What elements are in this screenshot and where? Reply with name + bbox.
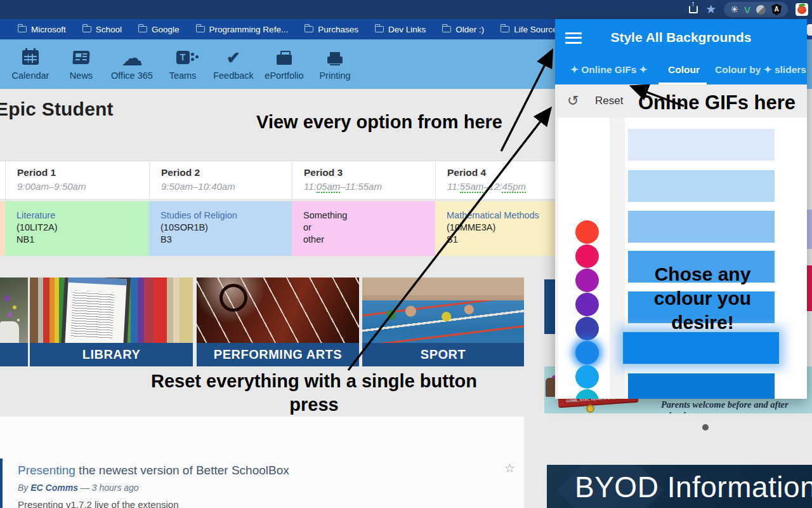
tab-colour-by-sliders[interactable]: Colour by ✦ sliders ✦ [715, 64, 807, 76]
timetable-cells-row: Literature(10LIT2A)NB1Studies of Religio… [0, 201, 572, 256]
page-edge-white [807, 24, 812, 36]
card-sport[interactable]: SPORT [362, 277, 524, 366]
bookmark-label: Purchases [318, 25, 358, 34]
card-caption-library: LIBRARY [30, 343, 193, 366]
folder-icon [196, 26, 205, 32]
shade-preview-6[interactable] [628, 373, 775, 399]
colour-swatch-3[interactable] [575, 293, 599, 316]
bookmark-school[interactable]: School [82, 25, 122, 34]
bookmark-label: Google [152, 25, 180, 34]
subject-link[interactable]: Literature [16, 210, 149, 222]
shade-preview-5[interactable] [623, 332, 779, 364]
bookmark-programming-refe-[interactable]: Programming Refe... [196, 25, 289, 34]
extension-popup: Style All Backgrounds ✦ Online GIFs ✦ Co… [555, 19, 807, 399]
news-section: Presenting the newest version of Better … [0, 417, 524, 508]
extension-app-icon[interactable] [796, 3, 808, 16]
folder-icon [138, 26, 147, 32]
star-icon[interactable]: ★ [705, 3, 716, 17]
card-caption-performing-arts: PERFORMING ARTS [197, 343, 359, 366]
period-name: Period 2 [161, 167, 292, 178]
popup-title: Style All Backgrounds [555, 30, 807, 45]
page-title: Epic Student [0, 98, 114, 120]
colour-swatch-4[interactable] [575, 317, 599, 340]
bookmark-label: School [96, 25, 122, 34]
nav-item-label: Printing [319, 70, 350, 81]
bookmark-label: Dev Links [388, 25, 426, 34]
annotation-reset-note: Reset everything with a single button pr… [127, 370, 501, 417]
favourite-star-icon[interactable]: ☆ [504, 461, 515, 476]
nav-item-label: ePortfolio [265, 70, 303, 81]
cell-text: S1 [447, 234, 572, 246]
check-icon: ✔ [226, 48, 240, 67]
shade-preview-0[interactable] [628, 129, 775, 161]
nav-item-label: Calendar [12, 70, 49, 81]
card-performing-arts[interactable]: PERFORMING ARTS [197, 277, 359, 366]
colour-swatch-5[interactable] [575, 341, 599, 364]
shade-preview-1[interactable] [628, 170, 775, 202]
subject-link[interactable]: Studies of Religion [160, 210, 292, 222]
tab-colour[interactable]: Colour [668, 64, 700, 76]
react-devtools-icon[interactable]: ✳ [730, 4, 738, 15]
period-name: Period 1 [17, 167, 149, 178]
news-title-link[interactable]: Presenting [18, 464, 75, 477]
folder-icon [442, 26, 451, 32]
news-byline: By EC Comms — 3 hours ago [18, 483, 139, 493]
bookmark-microsoft[interactable]: Microsoft [18, 25, 66, 34]
nav-item-eportfolio[interactable]: ePortfolio [259, 39, 310, 89]
refresh-icon[interactable]: ↺ [567, 93, 579, 109]
timetable-cell-4[interactable]: Mathematical Methods(10MME3A)S1 [435, 201, 572, 256]
banner-medal-icon [586, 404, 594, 413]
byod-title: BYOD Information [575, 470, 812, 504]
timetable-cell-1[interactable]: Literature(10LIT2A)NB1 [5, 201, 149, 256]
news-article[interactable]: Presenting the newest version of Better … [0, 458, 524, 508]
bookmark-older-[interactable]: Older :) [442, 25, 484, 34]
period-header-2: Period 29:50am–10:40am [149, 161, 292, 199]
timetable-cell-3[interactable]: Somethingorother [292, 201, 435, 256]
news-title-rest: the newest version of Better SchoolBox [75, 464, 289, 477]
colour-swatch-2[interactable] [575, 269, 599, 292]
carousel-dot[interactable] [702, 424, 709, 431]
cell-text: (10MME3A) [447, 222, 572, 234]
colour-swatch-6[interactable] [575, 365, 599, 389]
colour-swatch-7[interactable] [575, 389, 599, 399]
colour-swatch-0[interactable] [575, 220, 599, 244]
news-author-link[interactable]: EC Comms [30, 483, 78, 493]
nav-item-news[interactable]: News [56, 39, 107, 89]
colour-swatch-1[interactable] [575, 244, 599, 268]
bookmark-label: Microsoft [31, 25, 66, 34]
subject-link[interactable]: Mathematical Methods [447, 210, 572, 222]
nav-item-teams[interactable]: Teams [157, 39, 208, 89]
news-body: Presenting v1.7.2 live of the extension [18, 499, 179, 508]
bookmark-dev-links[interactable]: Dev Links [375, 25, 426, 34]
period-time: 9:50am–10:40am [161, 181, 292, 192]
reset-button[interactable]: Reset [595, 95, 623, 107]
nav-item-printing[interactable]: Printing [310, 39, 360, 89]
extensions-group: ✳ V [724, 2, 788, 17]
shade-preview-2[interactable] [628, 211, 775, 243]
nav-item-feedback[interactable]: ✔Feedback [208, 39, 259, 89]
timetable-cell-2[interactable]: Studies of Religion(10SOR1B)B3 [149, 201, 292, 256]
tab-online-gifs[interactable]: ✦ Online GIFs ✦ [570, 64, 648, 76]
cell-text: other [303, 234, 435, 246]
briefcase-icon [277, 48, 292, 67]
angular-icon[interactable] [771, 4, 782, 15]
cell-text: (10SOR1B) [160, 222, 292, 234]
share-icon[interactable] [689, 6, 698, 13]
bookmark-purchases[interactable]: Purchases [304, 25, 358, 34]
period-time: 11:55am–12:45pm [447, 181, 572, 192]
nav-item-calendar[interactable]: Calendar [5, 39, 56, 89]
card-library[interactable]: LIBRARY [30, 277, 193, 366]
bookmark-life-sources[interactable]: Life Sources [501, 25, 561, 34]
screen: ★ ✳ V MicrosoftSchoolGoogleProgramming R… [0, 0, 812, 508]
nav-item-office-365[interactable]: ☁Office 365 [107, 39, 157, 89]
vue-devtools-icon[interactable]: V [744, 4, 750, 15]
nav-item-label: News [70, 70, 93, 81]
period-name: Period 4 [447, 167, 572, 178]
notion-icon[interactable] [756, 5, 766, 15]
card-partial-photo[interactable] [0, 277, 28, 366]
popup-header: Style All Backgrounds [555, 19, 807, 57]
news-title[interactable]: Presenting the newest version of Better … [18, 464, 289, 478]
bookmark-google[interactable]: Google [138, 25, 180, 34]
page-edge-lavender [807, 210, 812, 249]
byod-card[interactable]: BYOD Information [547, 465, 812, 508]
